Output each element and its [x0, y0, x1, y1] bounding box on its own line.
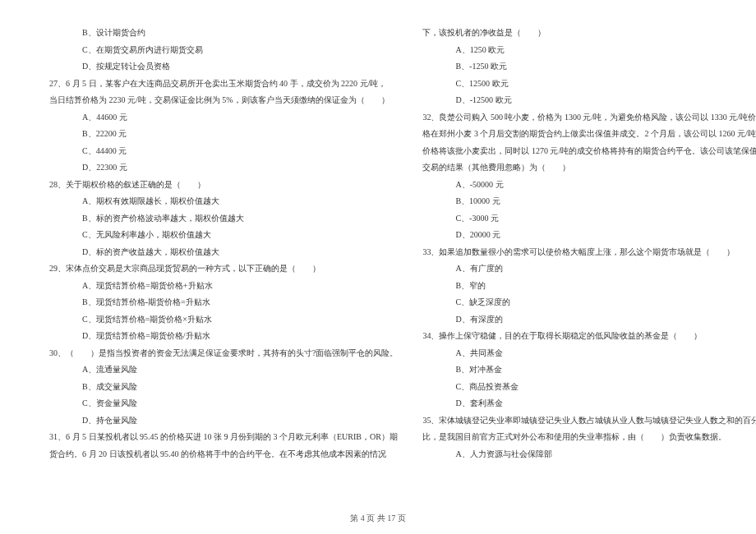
question-27-stem: 27、6 月 5 日，某客户在大连商品交易所开仓卖出玉米期货合约 40 手，成交…: [49, 76, 398, 93]
option: D、套利基金: [422, 395, 756, 412]
right-column: 下，该投机者的净收益是（ ） A、1250 欧元 B、-1250 欧元 C、12…: [422, 25, 756, 463]
question-34-stem: 34、操作上保守稳健，目的在于取得长期稳定的低风险收益的基金是（ ）: [422, 328, 756, 345]
option: C、在期货交易所内进行期货交易: [49, 42, 398, 59]
question-32-stem: 格在郑州小麦 3 个月后交割的期货合约上做卖出保值并成交。2 个月后，该公司以 …: [422, 126, 756, 143]
question-32-stem: 32、良楚公司购入 500 吨小麦，价格为 1300 元/吨，为避免价格风险，该…: [422, 109, 756, 127]
option: A、44600 元: [49, 109, 398, 127]
question-32-stem: 交易的结果（其他费用忽略）为（ ）: [422, 159, 756, 177]
left-column: B、设计期货合约 C、在期货交易所内进行期货交易 D、按规定转让会员资格 27、…: [49, 25, 398, 463]
question-35-stem: 比，是我国目前官方正式对外公布和使用的失业率指标，由（ ）负责收集数据。: [422, 429, 756, 446]
question-31-cont: 下，该投机者的净收益是（ ）: [422, 25, 756, 42]
option: A、现货结算价格=期货价格+升贴水: [49, 278, 398, 295]
option: D、有深度的: [422, 311, 756, 329]
option: B、现货结算价格-期货价格=升贴水: [49, 294, 398, 311]
option: A、-50000 元: [422, 177, 756, 194]
option: A、1250 欧元: [422, 42, 756, 59]
option: D、持仓量风险: [49, 412, 398, 430]
page-content: B、设计期货合约 C、在期货交易所内进行期货交易 D、按规定转让会员资格 27、…: [0, 0, 756, 463]
option: A、期权有效期限越长，期权价值越大: [49, 193, 398, 210]
option: C、12500 欧元: [422, 76, 756, 93]
question-31-stem: 货合约。6 月 20 日该投机者以 95.40 的价格将手中的合约平仓。在不考虑…: [49, 446, 398, 463]
option: A、有广度的: [422, 260, 756, 278]
option: A、流通量风险: [49, 361, 398, 379]
question-31-stem: 31、6 月 5 日某投机者以 95.45 的价格买进 10 张 9 月份到期的…: [49, 429, 398, 446]
option: C、44400 元: [49, 143, 398, 160]
question-33-stem: 33、如果追加数量很小的需求可以使价格大幅度上涨，那么这个期货市场就是（ ）: [422, 244, 756, 261]
question-30-stem: 30、（ ）是指当投资者的资金无法满足保证金要求时，其持有的头寸?面临强制平仓的…: [49, 345, 398, 362]
question-32-stem: 价格将该批小麦卖出，同时以 1270 元/吨的成交价格将持有的期货合约平仓。该公…: [422, 143, 756, 160]
option: D、按规定转让会员资格: [49, 58, 398, 76]
option: B、标的资产价格波动率越大，期权价值越大: [49, 210, 398, 228]
option: B、对冲基金: [422, 361, 756, 379]
option: D、现货结算价格=期货价格/升贴水: [49, 328, 398, 345]
page-footer: 第 4 页 共 17 页: [0, 513, 756, 524]
option: D、22300 元: [49, 159, 398, 177]
option: B、成交量风险: [49, 379, 398, 396]
option: B、-1250 欧元: [422, 58, 756, 76]
option: B、窄的: [422, 278, 756, 295]
option: C、资金量风险: [49, 395, 398, 412]
option: C、缺乏深度的: [422, 294, 756, 311]
option: C、商品投资基金: [422, 379, 756, 396]
option: D、-12500 欧元: [422, 92, 756, 109]
option: C、-3000 元: [422, 210, 756, 228]
option: B、10000 元: [422, 193, 756, 210]
option: C、现货结算价格=期货价格×升贴水: [49, 311, 398, 329]
option: A、人力资源与社会保障部: [422, 446, 756, 463]
option: C、无风险利率越小，期权价值越大: [49, 227, 398, 244]
option: D、20000 元: [422, 227, 756, 244]
option: A、共同基金: [422, 345, 756, 362]
option: B、设计期货合约: [49, 25, 398, 42]
question-29-stem: 29、宋体点价交易是大宗商品现货贸易的一种方式，以下正确的是（ ）: [49, 260, 398, 278]
question-35-stem: 35、宋体城镇登记失业率即城镇登记失业人数占城镇从业人数与城镇登记失业人数之和的…: [422, 412, 756, 430]
option: B、22200 元: [49, 126, 398, 143]
question-28-stem: 28、关于期权价格的叙述正确的是（ ）: [49, 177, 398, 194]
option: D、标的资产收益越大，期权价值越大: [49, 244, 398, 261]
question-27-stem: 当日结算价格为 2230 元/吨，交易保证金比例为 5%，则该客户当天须缴纳的保…: [49, 92, 398, 109]
